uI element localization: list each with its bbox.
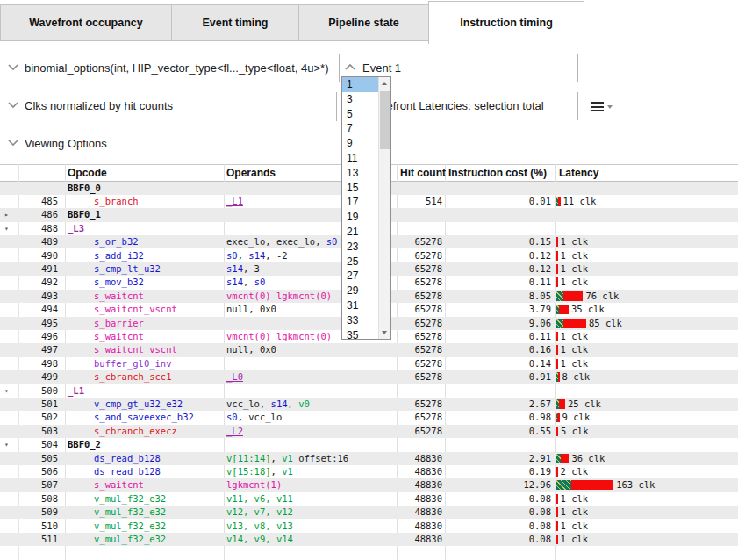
operands-cell: v[11:14], v1 offset:16 xyxy=(226,452,348,465)
opcode-cell: ds_read_b128 xyxy=(94,465,161,478)
hit-count-cell: 48830 xyxy=(397,506,442,519)
operand-segment: , xyxy=(271,453,283,463)
dropdown-scrollbar[interactable] xyxy=(378,77,390,339)
latency-value: 1 clk xyxy=(561,357,589,370)
scroll-up-button[interactable] xyxy=(379,77,390,90)
collapse-icon[interactable]: ▾ xyxy=(4,222,9,235)
table-row[interactable]: 502s_and_saveexec_b32s0, vcc_lo652780.98… xyxy=(0,411,738,424)
dropdown-item[interactable]: 9 xyxy=(342,136,379,151)
tab-instruction-timing[interactable]: Instruction timing xyxy=(428,1,584,44)
dropdown-item[interactable]: 17 xyxy=(342,195,379,210)
hit-count-cell: 48830 xyxy=(397,520,442,533)
dropdown-item[interactable]: 23 xyxy=(342,240,379,255)
operand-segment: s0 xyxy=(226,250,238,261)
operands-cell: v13, v8, v13 xyxy=(226,520,293,533)
instruction-cost-cell: 0.11 xyxy=(443,330,551,343)
table-row[interactable]: 498buffer_gl0_inv652780.141 clk xyxy=(0,357,738,370)
table-row[interactable]: 506ds_read_b128v[15:18], v1488300.192 cl… xyxy=(0,465,738,478)
branch-target-link[interactable]: _L2 xyxy=(226,426,243,436)
line-number: 494 xyxy=(18,303,58,316)
latency-cell: 5 clk xyxy=(556,425,589,438)
expand-icon[interactable]: ▸ xyxy=(4,208,9,221)
instruction-cost-cell: 0.01 xyxy=(443,195,551,208)
table-row[interactable]: 510v_mul_f32_e32v13, v8, v13488300.081 c… xyxy=(0,520,738,533)
scroll-down-button[interactable] xyxy=(379,327,390,339)
latency-bar-stall xyxy=(556,507,558,517)
instruction-cost-cell: 0.08 xyxy=(443,520,551,533)
operands-cell: exec_lo, exec_lo, s0 xyxy=(226,235,337,248)
dropdown-item[interactable]: 21 xyxy=(342,225,379,240)
latency-bar-stall xyxy=(556,345,558,355)
hit-count-cell: 65278 xyxy=(397,411,442,424)
latency-cell: 11 clk xyxy=(556,195,596,208)
branch-target-link[interactable]: _L1 xyxy=(226,196,243,206)
dropdown-item[interactable]: 13 xyxy=(342,166,379,181)
table-row[interactable]: 507s_waitcntlgkmcnt(1)4883012.96163 clk xyxy=(0,478,738,492)
operand-segment: vcc_lo, xyxy=(226,398,271,409)
latency-bar-stall xyxy=(556,494,558,504)
dropdown-item[interactable]: 31 xyxy=(342,298,379,313)
opcode-cell: v_mul_f32_e32 xyxy=(94,533,166,546)
instruction-cost-cell: 0.14 xyxy=(443,357,551,370)
dropdown-item[interactable]: 11 xyxy=(342,151,379,166)
opcode-cell: s_waitcnt_vscnt xyxy=(94,303,177,316)
table-row[interactable]: 497s_waitcnt_vscntnull, 0x0652780.161 cl… xyxy=(0,343,738,356)
operands-cell: s14, 3 xyxy=(226,262,260,276)
collapse-icon[interactable]: ▾ xyxy=(4,384,9,398)
line-number: 492 xyxy=(18,276,58,289)
operand-segment: s14 xyxy=(271,398,288,409)
table-row[interactable]: ▾504BBF0_2 xyxy=(0,438,738,451)
opcode-cell: buffer_gl0_inv xyxy=(94,357,172,370)
latency-cell: 36 clk xyxy=(556,452,605,465)
table-row[interactable]: 505ds_read_b128v[11:14], v1 offset:16488… xyxy=(0,452,738,465)
branch-target-link[interactable]: _L0 xyxy=(226,371,243,382)
opcode-cell: v_mul_f32_e32 xyxy=(94,520,166,533)
dropdown-item[interactable]: 25 xyxy=(342,255,379,269)
latency-value: 1 clk xyxy=(561,343,589,356)
operands-cell: _L2 xyxy=(226,425,243,438)
table-row[interactable]: 499s_cbranch_scc1_L0652780.918 clk xyxy=(0,370,738,384)
opcode-cell: s_cbranch_execz xyxy=(94,425,177,438)
opcode-cell: s_waitcnt_vscnt xyxy=(94,343,177,356)
operands-cell: vmcnt(0) lgkmcnt(0) xyxy=(226,290,332,303)
operands-cell: _L0 xyxy=(226,370,243,384)
dropdown-item[interactable]: 19 xyxy=(342,210,379,225)
line-number: 507 xyxy=(18,478,58,492)
latency-value: 1 clk xyxy=(561,249,589,262)
block-label: BBF0_2 xyxy=(68,438,101,451)
dropdown-item[interactable]: 3 xyxy=(342,92,379,107)
latency-value: 25 clk xyxy=(568,398,601,411)
table-row[interactable]: ▾500_L1 xyxy=(0,384,738,398)
dropdown-item[interactable]: 33 xyxy=(342,313,379,328)
latency-bar-stall xyxy=(556,535,558,544)
dropdown-item[interactable]: 35 xyxy=(342,328,379,340)
hit-count-cell: 48830 xyxy=(397,452,442,465)
operand-segment: , xyxy=(288,398,299,409)
latency-cell: 9 clk xyxy=(556,411,590,424)
dropdown-item[interactable]: 27 xyxy=(342,269,379,284)
table-row[interactable]: 503s_cbranch_execz_L2652780.555 clk xyxy=(0,425,738,438)
triangle-down-icon xyxy=(382,331,387,334)
instruction-cost-cell: 0.11 xyxy=(443,276,551,289)
hit-count-cell: 48830 xyxy=(397,492,442,506)
latency-cell: 2 clk xyxy=(556,465,588,478)
dropdown-item[interactable]: 5 xyxy=(342,107,379,122)
table-row[interactable]: 508v_mul_f32_e32v11, v6, v11488300.081 c… xyxy=(0,492,738,506)
dropdown-item[interactable]: 1 xyxy=(342,77,379,92)
table-row[interactable]: 501v_cmp_gt_u32_e32vcc_lo, s14, v0652782… xyxy=(0,398,738,411)
latency-bar-stall xyxy=(556,264,558,274)
hit-count-cell: 65278 xyxy=(397,330,442,343)
table-row[interactable]: 511v_mul_f32_e32v14, v9, v14488300.081 c… xyxy=(0,533,738,546)
dropdown-item[interactable]: 7 xyxy=(342,121,379,136)
dropdown-item[interactable]: 29 xyxy=(342,284,379,298)
event-dropdown-list: 1357911131517192123252729313335 xyxy=(341,76,391,340)
dropdown-item[interactable]: 15 xyxy=(342,181,379,196)
latency-value: 35 clk xyxy=(571,303,605,316)
latency-bar-stall xyxy=(556,251,558,261)
collapse-icon[interactable]: ▾ xyxy=(4,438,9,451)
latency-cell: 1 clk xyxy=(556,330,588,343)
operand-segment: , vcc_lo xyxy=(238,412,283,422)
scrollbar-thumb[interactable] xyxy=(380,91,390,149)
hit-count-cell: 65278 xyxy=(397,235,442,248)
table-row[interactable]: 509v_mul_f32_e32v12, v7, v12488300.081 c… xyxy=(0,506,738,519)
